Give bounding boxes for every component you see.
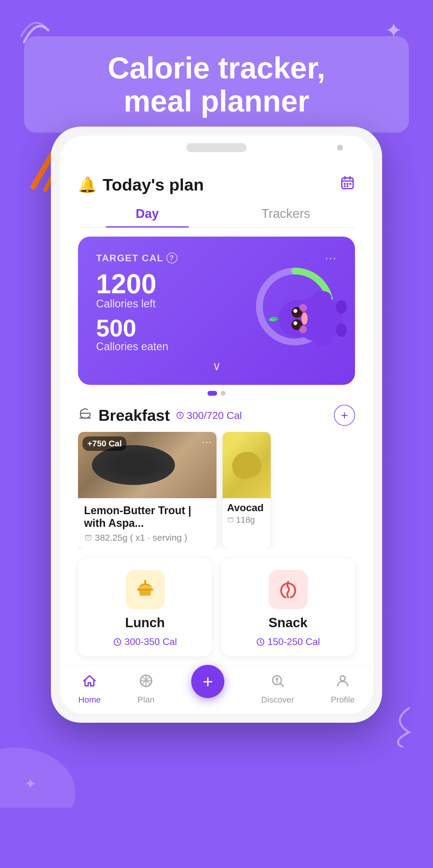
food-card-avocado[interactable]: Avocad 118g [223,432,271,549]
svg-rect-11 [344,185,346,187]
star-decoration-bottom-left: ✦ [24,775,37,793]
food-name-avocado: Avocad [223,498,271,515]
food-weight-trout: 382.25g ( x1 · serving ) [84,532,210,543]
target-cal-label: TARGET CAL ? [96,253,177,264]
svg-point-26 [313,291,331,303]
nav-item-profile[interactable]: Profile [331,673,355,705]
svg-rect-8 [344,183,346,185]
breakfast-cal-text: 300/720 Cal [187,410,242,421]
profile-label: Profile [331,695,355,705]
svg-point-21 [293,309,297,313]
svg-rect-9 [346,183,348,185]
breakfast-header-left: Breakfast 300/720 Cal [78,406,242,424]
svg-point-40 [340,676,345,681]
app-title: Calorie tracker, meal planner [42,51,391,118]
lunch-icon [126,570,165,609]
calendar-icon[interactable] [340,176,355,194]
breakfast-add-button[interactable]: + [334,405,355,426]
tab-trackers[interactable]: Trackers [216,200,355,227]
snack-card[interactable]: Snack 150-250 Cal [221,558,355,656]
tabs-container: Day Trackers [78,200,355,227]
snack-icon [269,570,308,609]
meal-type-cards: Lunch 300-350 Cal [78,558,355,665]
header-left: 🔔 Today's plan [78,175,204,194]
snack-name: Snack [269,615,308,630]
calories-left-label: Callories left [96,298,253,310]
profile-icon [335,673,350,692]
breakfast-name: Breakfast [98,406,170,424]
discover-label: Discover [261,695,294,705]
nav-item-discover[interactable]: Discover [261,673,294,705]
calorie-numbers: 1200 Callories left 500 Callories eaten [96,270,253,353]
svg-point-16 [278,300,315,337]
svg-rect-10 [349,183,351,185]
calories-left-value: 1200 [96,270,253,298]
app-header: 🔔 Today's plan [78,166,355,200]
dot-1 [207,391,217,396]
tab-day[interactable]: Day [78,200,216,227]
food-img-avocado [223,432,271,498]
calorie-main: 1200 Callories left 500 Callories eaten [96,270,337,353]
svg-point-22 [301,313,307,325]
more-options-icon[interactable]: ··· [325,252,337,264]
svg-point-23 [299,326,307,333]
mascot [265,276,325,337]
page-title: Today's plan [103,175,204,194]
svg-point-20 [293,321,297,325]
dot-2 [221,391,226,396]
circular-progress [253,264,337,349]
breakfast-icon [78,407,93,424]
breakfast-header: Breakfast 300/720 Cal + [78,405,355,426]
svg-point-24 [299,304,307,312]
bell-icon: 🔔 [78,176,97,193]
phone-camera [337,145,343,151]
food-img-trout: +750 Cal ··· [78,432,216,498]
add-button[interactable]: + [191,665,224,698]
app-title-card: Calorie tracker, meal planner [24,36,409,133]
calories-eaten-value: 500 [96,316,253,340]
home-icon [82,673,97,692]
food-cal-overlay: +750 Cal [82,436,127,451]
calorie-card: TARGET CAL ? ··· 1200 Callories left 500… [78,237,355,385]
home-label: Home [78,695,101,705]
plan-label: Plan [138,695,155,705]
phone-notch [187,143,246,152]
chevron-down-icon[interactable]: ∨ [96,359,337,373]
lunch-cal: 300-350 Cal [113,636,177,647]
breakfast-food-row: +750 Cal ··· Lemon-Butter Trout | with A… [78,432,355,549]
lunch-name: Lunch [125,615,165,630]
svg-point-0 [0,747,75,808]
svg-rect-12 [346,185,348,187]
dots-indicator [78,391,355,396]
svg-line-37 [280,683,283,686]
nav-item-home[interactable]: Home [78,673,101,705]
phone-mockup: 🔔 Today's plan [51,127,382,723]
food-name-trout: Lemon-Butter Trout | with Aspa... [84,504,210,530]
breakfast-cal-badge: 300/720 Cal [176,410,242,421]
nav-item-plan[interactable]: Plan [138,673,155,705]
food-weight-avocado: 118g [223,515,271,529]
food-card-trout[interactable]: +750 Cal ··· Lemon-Butter Trout | with A… [78,432,216,549]
food-info-trout: Lemon-Butter Trout | with Aspa... 382.25… [78,498,216,549]
calorie-card-top: TARGET CAL ? ··· [96,252,337,264]
phone-notch-area [60,135,373,160]
snack-cal: 150-250 Cal [256,636,320,647]
breakfast-section: Breakfast 300/720 Cal + [78,405,355,549]
bottom-nav: Home Plan + [60,665,373,714]
svg-point-25 [313,334,331,346]
food-options-icon[interactable]: ··· [202,436,212,447]
discover-icon [270,673,285,692]
calories-eaten-label: Callories eaten [96,340,253,353]
lunch-card[interactable]: Lunch 300-350 Cal [78,558,212,656]
svg-point-27 [336,323,347,337]
phone-inner: 🔔 Today's plan [60,135,373,714]
help-icon[interactable]: ? [167,253,177,264]
plan-icon [138,673,154,692]
svg-point-28 [336,300,347,314]
app-content: 🔔 Today's plan [60,160,373,665]
